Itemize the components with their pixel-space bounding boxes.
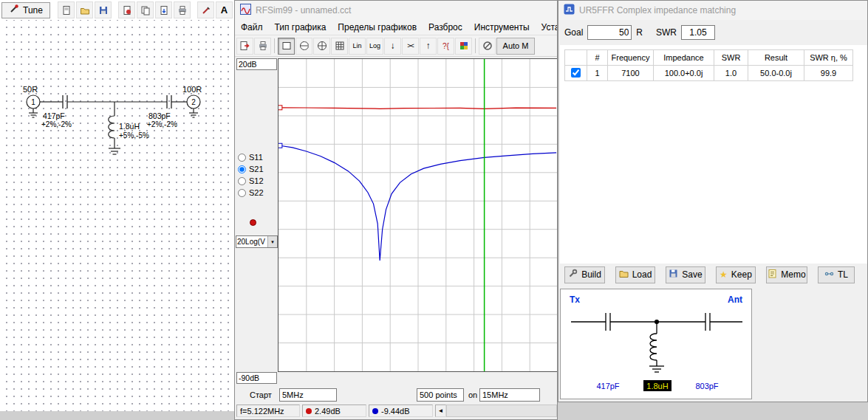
trace-option-s22[interactable]: S22 [238, 187, 264, 199]
status-blue-value: -9.44dB [381, 407, 410, 416]
memo-button[interactable]: Memo [766, 266, 807, 283]
capacitor-417pf[interactable]: 417pF +2%,-2% [41, 95, 72, 128]
diagram-capacitor-1[interactable] [606, 313, 610, 331]
rect-plot-icon[interactable] [278, 38, 295, 55]
text-label-icon[interactable]: A [216, 1, 233, 18]
lin-scale-button[interactable]: Lin [349, 38, 366, 55]
diagram-c1-label[interactable]: 417pF [596, 382, 619, 390]
left-arrow-icon: ◄ [438, 407, 444, 414]
rfsim-app-icon [240, 4, 251, 17]
schematic-toolbar: Tune A [0, 0, 234, 20]
y-max-label: 20dB [236, 58, 277, 70]
new-document-icon[interactable] [58, 1, 75, 18]
matching-titlebar[interactable]: UR5FFR Complex impedance matching [558, 1, 867, 20]
diagram-c2-label[interactable]: 803pF [695, 382, 718, 390]
rfsim-plot-window: RFSim99 - unnamed.cct Файл Тип графика П… [234, 0, 558, 420]
load-button[interactable]: Load [615, 266, 655, 283]
table-view-icon[interactable] [331, 38, 348, 55]
marker-left-button[interactable]: ◄ [435, 404, 446, 417]
polar-plot-icon[interactable] [313, 38, 330, 55]
inductor-1-8uh[interactable]: 1.8uH +5%,-5% [109, 102, 149, 154]
shift-up-icon[interactable]: ↑ [420, 38, 437, 55]
rfsim-titlebar[interactable]: RFSim99 - unnamed.cct [235, 1, 557, 20]
schematic-circuit[interactable]: 1 50R 417pF +2%,-2% 1.8uH +5%,-5% 803pF … [0, 74, 234, 173]
stop-freq-input[interactable] [479, 388, 540, 402]
toolbar-separator [475, 38, 476, 53]
auto-max-button[interactable]: Auto M [496, 38, 535, 55]
s11-radio[interactable] [238, 154, 246, 162]
row-impedance: 100.0+0.0j [654, 66, 714, 81]
results-header-row: # Frequency Impedance SWR Result SWR η, … [565, 50, 853, 66]
paste-icon[interactable] [155, 1, 172, 18]
tl-button[interactable]: TL [818, 266, 855, 283]
port-1[interactable]: 1 50R [23, 85, 40, 117]
format-dropdown[interactable]: 20Log(V ▼ [236, 235, 278, 248]
red-trace [280, 108, 556, 109]
efficiency-column-header: SWR η, % [804, 50, 853, 66]
shift-down-icon[interactable]: ↓ [384, 38, 401, 55]
status-frequency-value: f=5.122MHz [240, 407, 284, 416]
build-button-label: Build [581, 269, 601, 280]
menu-tools[interactable]: Инструменты [468, 20, 536, 35]
s22-radio[interactable] [238, 189, 246, 197]
port-2-label: 100R [182, 85, 202, 94]
blue-trace-dot [372, 408, 378, 414]
cap1-value-label: 417pF [43, 111, 65, 120]
row-frequency: 7100 [608, 66, 654, 81]
trace-option-s12[interactable]: S12 [238, 175, 264, 187]
print-icon[interactable] [174, 1, 191, 18]
row-checkbox[interactable] [571, 68, 581, 78]
start-label: Старт [250, 390, 272, 399]
build-button[interactable]: Build [564, 266, 605, 283]
diagram-inductor[interactable] [649, 322, 664, 372]
export-icon[interactable] [236, 38, 253, 55]
menu-settings[interactable]: Устан [536, 20, 558, 35]
diagram-capacitor-2[interactable] [705, 313, 710, 331]
trace-option-s11[interactable]: S11 [238, 151, 264, 163]
port-2[interactable]: 2 100R [182, 85, 202, 117]
draw-wire-icon[interactable] [197, 1, 214, 18]
y-min-label: -90dB [236, 372, 277, 384]
stamp-icon[interactable] [118, 1, 135, 18]
chevron-down-icon[interactable]: ▼ [267, 236, 277, 247]
copy-icon[interactable] [137, 1, 154, 18]
up-arrow-glyph: ↑ [426, 41, 431, 51]
tune-button[interactable]: Tune [1, 2, 50, 18]
log-scale-button[interactable]: Log [366, 38, 383, 55]
menu-tolerance[interactable]: Разброс [423, 20, 468, 35]
swr-input[interactable] [681, 25, 715, 40]
fit-scale-icon[interactable]: >< [402, 38, 419, 55]
table-row[interactable]: 1 7100 100.0+0.0j 1.0 50.0-0.0j 99.9 [565, 66, 853, 81]
capacitor-803pf[interactable]: 803pF +2%,-2% [147, 95, 177, 128]
points-input[interactable] [417, 388, 464, 402]
menu-graph-type[interactable]: Тип графика [269, 20, 332, 35]
marker-scroll-track[interactable] [446, 404, 557, 417]
menu-file[interactable]: Файл [235, 20, 269, 35]
s12-radio[interactable] [238, 177, 246, 185]
cap2-tol-label: +2%,-2% [147, 120, 177, 128]
action-buttons-row: Build Load Save ★ Keep Memo TL [558, 264, 867, 286]
open-folder-icon[interactable] [76, 1, 93, 18]
tl-button-label: TL [838, 269, 848, 280]
start-freq-input[interactable] [279, 388, 337, 402]
s21-radio[interactable] [238, 165, 246, 173]
goal-input[interactable] [587, 25, 632, 40]
save-icon[interactable] [95, 1, 112, 18]
trace-color-indicator[interactable] [250, 219, 256, 226]
marker-query-icon[interactable]: ?{ [437, 38, 454, 55]
menu-graph-limits[interactable]: Пределы графиков [332, 20, 423, 35]
print-plot-icon[interactable] [254, 38, 271, 55]
trace-colors-icon[interactable] [455, 38, 472, 55]
save-match-button[interactable]: Save [666, 266, 705, 283]
rfsim-toolbar: Lin Log ↓ >< ↑ ?{ Auto M [235, 35, 557, 57]
diagram-l1-label[interactable]: 1.8uH [646, 382, 668, 390]
disable-icon[interactable] [479, 38, 496, 55]
sparam-graph[interactable] [278, 58, 558, 372]
smith-chart-icon[interactable] [295, 38, 312, 55]
swr-column-header: SWR [714, 50, 748, 66]
star-icon: ★ [720, 270, 728, 279]
schematic-editor[interactable]: Tune A 1 50R 417pF +2%,-2% [0, 0, 234, 411]
lin-label: Lin [352, 42, 361, 49]
keep-button[interactable]: ★ Keep [716, 266, 756, 283]
trace-option-s21[interactable]: S21 [238, 163, 264, 175]
